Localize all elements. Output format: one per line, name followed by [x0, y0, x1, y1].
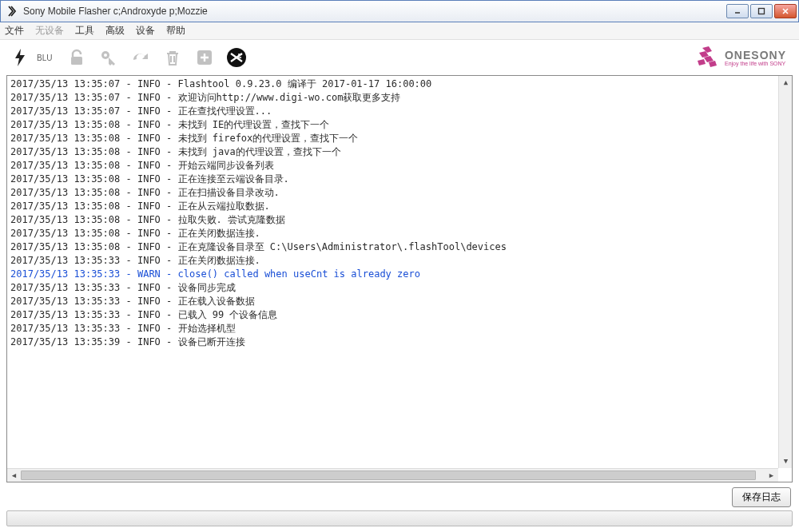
scroll-thumb-h[interactable] — [21, 470, 756, 480]
unlock-button — [63, 44, 90, 71]
svg-point-4 — [104, 54, 107, 57]
log-line: 2017/35/13 13:35:08 - INFO - 正在扫描设备目录改动. — [10, 186, 789, 200]
log-line: 2017/35/13 13:35:08 - INFO - 未找到 IE的代理设置… — [10, 118, 789, 132]
log-line: 2017/35/13 13:35:08 - INFO - 正在连接至云端设备目录… — [10, 173, 789, 186]
svg-rect-2 — [71, 57, 82, 65]
brand-tagline: Enjoy the life with SONY — [725, 61, 786, 66]
brand-logo: ONESONY Enjoy the life with SONY — [693, 45, 786, 70]
log-panel[interactable]: 2017/35/13 13:35:07 - INFO - Flashtool 0… — [6, 75, 793, 482]
scroll-right-button[interactable]: ▶ — [765, 469, 778, 482]
blu-label: BLU — [37, 54, 52, 62]
scroll-down-button[interactable]: ▼ — [779, 455, 793, 468]
log-line: 2017/35/13 13:35:33 - INFO - 正在载入设备数据 — [10, 295, 789, 308]
log-line: 2017/35/13 13:35:39 - INFO - 设备已断开连接 — [10, 335, 789, 349]
horizontal-scrollbar[interactable]: ◀ ▶ — [7, 468, 778, 482]
log-line: 2017/35/13 13:35:33 - INFO - 设备同步完成 — [10, 281, 789, 295]
brand-name: ONESONY — [725, 50, 786, 61]
log-line: 2017/35/13 13:35:07 - INFO - 正在查找代理设置... — [10, 105, 789, 118]
vertical-scrollbar[interactable]: ▲ ▼ — [778, 76, 792, 468]
close-button[interactable] — [774, 4, 797, 18]
key-button — [95, 44, 122, 71]
log-line: 2017/35/13 13:35:33 - WARN - close() cal… — [10, 268, 789, 281]
xperifirm-button[interactable] — [223, 44, 250, 71]
log-line: 2017/35/13 13:35:08 - INFO - 未找到 firefox… — [10, 132, 789, 145]
trash-button — [159, 44, 186, 71]
menu-item-1: 无设备 — [35, 24, 64, 38]
menu-bar: 文件无设备工具高级设备帮助 — [0, 22, 799, 40]
minimize-button[interactable] — [726, 4, 749, 18]
scroll-left-button[interactable]: ◀ — [7, 469, 21, 482]
menu-item-5[interactable]: 帮助 — [166, 24, 185, 38]
log-line: 2017/35/13 13:35:08 - INFO - 正在关闭数据连接. — [10, 227, 789, 240]
menu-item-4[interactable]: 设备 — [136, 24, 155, 38]
redo-button — [127, 44, 154, 71]
add-button — [191, 44, 218, 71]
log-line: 2017/35/13 13:35:08 - INFO - 正在从云端拉取数据. — [10, 200, 789, 213]
status-bar — [6, 510, 793, 526]
log-line: 2017/35/13 13:35:07 - INFO - Flashtool 0… — [10, 77, 789, 91]
toolbar: BLU ONESONY Enjoy the life with SONY — [0, 40, 799, 75]
log-line: 2017/35/13 13:35:33 - INFO - 已载入 99 个设备信… — [10, 308, 789, 322]
app-icon — [6, 5, 18, 18]
maximize-button[interactable] — [750, 4, 773, 18]
log-line: 2017/35/13 13:35:07 - INFO - 欢迎访问http://… — [10, 91, 789, 105]
log-line: 2017/35/13 13:35:33 - INFO - 正在关闭数据连接. — [10, 254, 789, 268]
log-line: 2017/35/13 13:35:08 - INFO - 拉取失败. 尝试克隆数… — [10, 213, 789, 227]
menu-item-0[interactable]: 文件 — [5, 24, 24, 38]
log-line: 2017/35/13 13:35:33 - INFO - 开始选择机型 — [10, 322, 789, 335]
bottom-bar: 保存日志 — [0, 482, 799, 510]
menu-item-3[interactable]: 高级 — [105, 24, 125, 38]
log-line: 2017/35/13 13:35:08 - INFO - 未找到 java的代理… — [10, 145, 789, 159]
title-bar: Sony Mobile Flasher c;Androxyde p;Mozzie — [0, 0, 799, 22]
svg-rect-1 — [759, 9, 765, 14]
window-title: Sony Mobile Flasher c;Androxyde p;Mozzie — [23, 6, 726, 17]
onesony-icon — [693, 45, 720, 70]
flash-button[interactable] — [6, 44, 34, 71]
scroll-up-button[interactable]: ▲ — [779, 76, 793, 89]
window-controls — [726, 4, 797, 18]
log-line: 2017/35/13 13:35:08 - INFO - 正在克隆设备目录至 C… — [10, 240, 789, 254]
menu-item-2[interactable]: 工具 — [75, 24, 94, 38]
log-line: 2017/35/13 13:35:08 - INFO - 开始云端同步设备列表 — [10, 159, 789, 173]
save-log-button[interactable]: 保存日志 — [732, 487, 791, 507]
